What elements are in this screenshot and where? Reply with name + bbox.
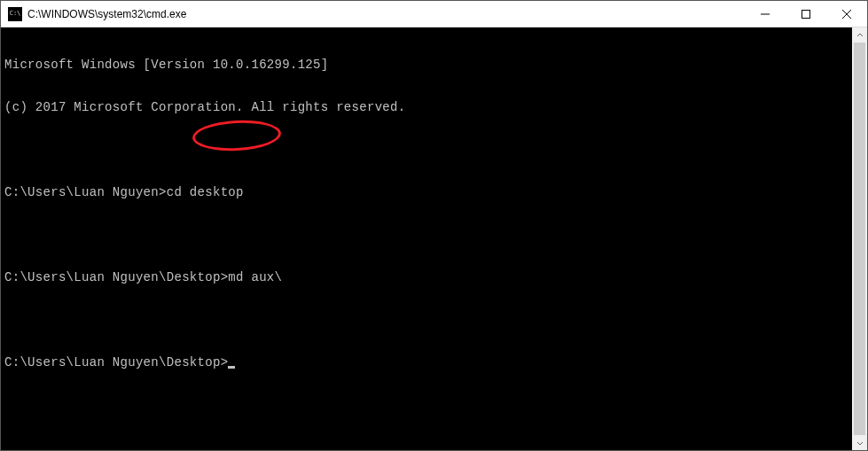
app-icon-text: C:\ bbox=[10, 11, 21, 17]
minimize-icon bbox=[761, 10, 770, 19]
chevron-up-icon bbox=[856, 32, 864, 39]
terminal-line bbox=[4, 313, 852, 327]
scrollbar-up-button[interactable] bbox=[852, 27, 867, 43]
cmd-window: C:\ C:\WINDOWS\system32\cmd.exe Microsof… bbox=[0, 0, 868, 451]
terminal-prompt-line: C:\Users\Luan Nguyen\Desktop> bbox=[4, 355, 852, 369]
terminal-output[interactable]: Microsoft Windows [Version 10.0.16299.12… bbox=[1, 27, 852, 450]
vertical-scrollbar[interactable] bbox=[852, 27, 867, 450]
app-icon: C:\ bbox=[8, 7, 22, 21]
minimize-button[interactable] bbox=[745, 1, 786, 27]
terminal-line: C:\Users\Luan Nguyen\Desktop>md aux\ bbox=[4, 270, 852, 284]
terminal-line: Microsoft Windows [Version 10.0.16299.12… bbox=[4, 58, 852, 72]
client-area: Microsoft Windows [Version 10.0.16299.12… bbox=[1, 27, 867, 450]
scrollbar-down-button[interactable] bbox=[852, 435, 867, 450]
close-button[interactable] bbox=[826, 1, 867, 27]
terminal-line: C:\Users\Luan Nguyen>cd desktop bbox=[4, 185, 852, 199]
scrollbar-track[interactable] bbox=[852, 43, 867, 435]
terminal-line bbox=[4, 228, 852, 242]
window-controls bbox=[745, 1, 867, 27]
close-icon bbox=[842, 10, 851, 19]
terminal-line bbox=[4, 143, 852, 157]
scrollbar-thumb[interactable] bbox=[854, 43, 865, 435]
window-title: C:\WINDOWS\system32\cmd.exe bbox=[27, 8, 745, 20]
maximize-icon bbox=[802, 10, 810, 19]
cursor bbox=[228, 366, 235, 369]
maximize-button[interactable] bbox=[786, 1, 826, 27]
terminal-prompt: C:\Users\Luan Nguyen\Desktop> bbox=[4, 355, 228, 369]
chevron-down-icon bbox=[856, 439, 864, 447]
titlebar[interactable]: C:\ C:\WINDOWS\system32\cmd.exe bbox=[1, 1, 867, 27]
terminal-line: (c) 2017 Microsoft Corporation. All righ… bbox=[4, 100, 852, 114]
svg-rect-1 bbox=[802, 10, 810, 18]
